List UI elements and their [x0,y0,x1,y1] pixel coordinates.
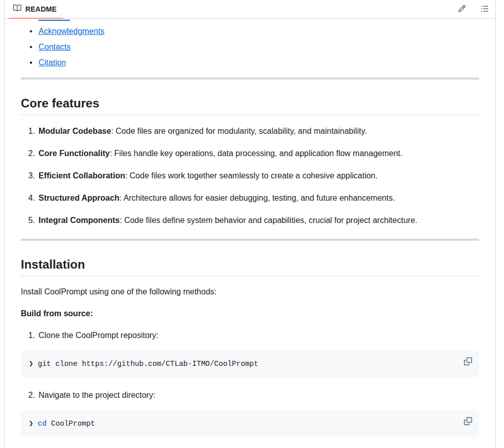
copy-button[interactable] [461,415,475,429]
install-step-list: 1. Clone the CoolPrompt repository: [21,329,479,342]
list-item: • Acknowledgments [21,25,479,38]
core-features-list: 1. Modular Codebase: Code files are orga… [21,125,479,227]
list-unordered-icon [481,5,489,14]
shell-command-text: git clone https://github.com/CTLab-ITMO/… [38,360,258,368]
readme-card: README • [4,0,496,448]
list-item: 4. Structured Approach: Architecture all… [21,192,479,204]
code-line: ❯ git clone https://github.com/CTLab-ITM… [29,359,471,369]
list-number: 1. [21,329,35,342]
outline-toc-button[interactable] [477,1,493,17]
copy-icon [464,417,472,427]
shell-prompt: ❯ [29,420,33,428]
feature-text: Integral Components: Code files define s… [39,214,417,227]
link-contacts[interactable]: Contacts [39,41,70,53]
list-number: 2. [21,389,35,401]
list-number: 2. [21,147,35,160]
feature-text: Efficient Collaboration: Code files work… [39,170,378,182]
code-block-git-clone: ❯ git clone https://github.com/CTLab-ITM… [21,351,479,377]
shell-command-keyword: cd [38,420,46,428]
bullet-marker: • [21,57,35,69]
list-item: 2. Navigate to the project directory: [21,389,479,401]
copy-icon [464,357,472,367]
feature-text: Modular Codebase: Code files are organiz… [39,125,367,137]
step-text: Clone the CoolPrompt repository: [39,329,159,342]
list-item: 1. Modular Codebase: Code files are orga… [21,125,479,137]
list-number: 5. [21,214,35,227]
list-item: 1. Clone the CoolPrompt repository: [21,329,479,342]
book-icon [13,4,21,14]
list-number: 3. [21,170,35,182]
list-number: 1. [21,125,35,137]
list-item: • Contacts [21,41,479,53]
list-item: 5. Integral Components: Code files defin… [21,214,479,227]
readme-header: README [5,0,495,19]
list-item: 2. Core Functionality: Files handle key … [21,147,479,160]
section-title-core-features: Core features [21,96,479,115]
section-title-installation: Installation [21,257,479,276]
readme-content: • Acknowledgments • Contacts • Citation … [5,20,495,437]
link-acknowledgments[interactable]: Acknowledgments [39,25,104,38]
page: README • [0,0,504,448]
tab-readme-label: README [25,5,57,13]
active-tab-indicator [9,18,63,19]
header-actions [454,1,493,17]
truncated-link[interactable] [39,20,70,21]
list-item: • Citation [21,57,479,69]
bullet-marker: • [21,41,35,53]
shell-prompt: ❯ [29,360,33,368]
list-item: 3. Efficient Collaboration: Code files w… [21,170,479,182]
tab-readme[interactable]: README [13,0,57,18]
horizontal-rule [21,239,479,241]
build-from-source-label: Build from source: [21,308,479,320]
installation-intro: Install CoolPrompt using one of the foll… [21,286,479,298]
toc-list: • Acknowledgments • Contacts • Citation [21,25,479,69]
horizontal-rule [21,78,479,80]
link-citation[interactable]: Citation [39,57,66,69]
shell-command-text: CoolPrompt [47,420,95,428]
bullet-marker: • [21,25,35,38]
code-block-cd: ❯ cd CoolPrompt [21,410,479,437]
feature-text: Core Functionality: Files handle key ope… [39,147,403,160]
code-line: ❯ cd CoolPrompt [29,419,471,429]
list-number: 4. [21,192,35,204]
edit-readme-button[interactable] [454,1,470,17]
pencil-icon [458,5,466,14]
feature-text: Structured Approach: Architecture allows… [39,192,395,204]
copy-button[interactable] [461,355,475,369]
install-step-list: 2. Navigate to the project directory: [21,389,479,401]
step-text: Navigate to the project directory: [39,389,155,401]
